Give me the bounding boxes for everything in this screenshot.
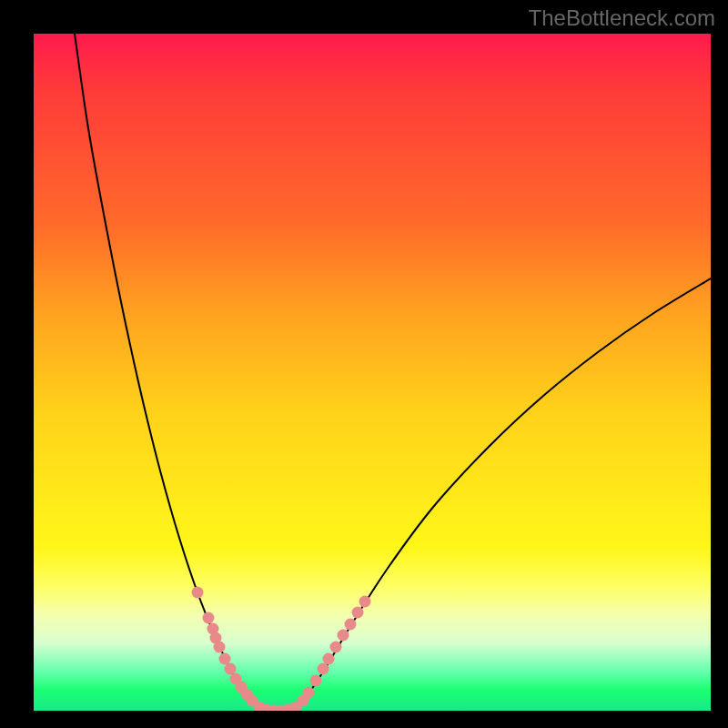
marker-dot — [303, 687, 315, 699]
marker-dot — [323, 653, 335, 665]
marker-dot — [192, 587, 204, 599]
chart-svg — [34, 34, 711, 711]
marker-dot — [359, 596, 371, 608]
marker-dot — [214, 642, 226, 653]
chart-plot-area — [34, 34, 711, 711]
marker-dot — [225, 663, 237, 675]
marker-dot — [352, 607, 364, 619]
marker-dots-group — [192, 587, 371, 712]
watermark-label: TheBottleneck.com — [529, 5, 715, 31]
outer-black-frame: TheBottleneck.com — [0, 0, 728, 728]
bottleneck-curve — [75, 34, 711, 711]
marker-dot — [318, 663, 329, 675]
marker-dot — [310, 675, 322, 687]
marker-dot — [338, 630, 349, 642]
marker-dot — [345, 619, 357, 631]
marker-dot — [330, 642, 342, 653]
marker-dot — [219, 653, 231, 665]
marker-dot — [203, 612, 215, 624]
